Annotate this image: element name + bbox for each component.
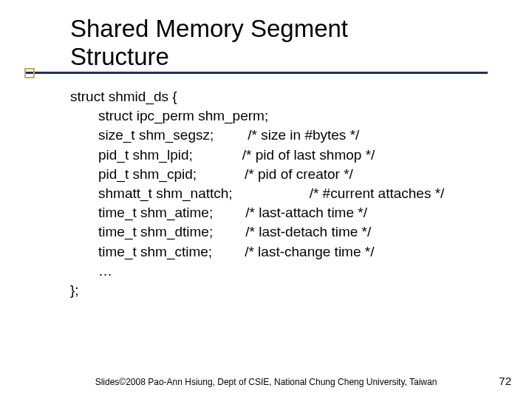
title-line-1: Shared Memory Segment [70, 15, 348, 42]
struct-body: struct shmid_ds { struct ipc_perm shm_pe… [70, 87, 502, 300]
footer-text: Slides©2008 Pao-Ann Hsiung, Dept of CSIE… [95, 377, 437, 387]
title-square-icon [24, 68, 35, 78]
field-comment: /* pid of last shmop */ [193, 146, 375, 165]
title-underline [24, 72, 488, 74]
field-decl: time_t shm_ctime; [98, 242, 212, 262]
struct-close: }; [70, 281, 502, 300]
field-decl: time_t shm_atime; [98, 203, 213, 222]
struct-field-row: time_t shm_dtime;/* last-detach time */ [70, 222, 502, 242]
struct-fields: struct ipc_perm shm_perm;size_t shm_segs… [70, 106, 502, 281]
field-decl: … [98, 262, 112, 281]
slide-title: Shared Memory Segment Structure [70, 15, 502, 71]
title-block: Shared Memory Segment Structure [70, 15, 502, 71]
field-comment: /* last-attach time */ [213, 203, 367, 222]
field-comment: /* last-detach time */ [213, 222, 371, 242]
field-decl: shmatt_t shm_nattch; [98, 184, 233, 203]
footer: Slides©2008 Pao-Ann Hsiung, Dept of CSIE… [0, 377, 532, 387]
field-decl: struct ipc_perm shm_perm; [98, 106, 268, 126]
field-decl: pid_t shm_lpid; [98, 146, 193, 165]
struct-field-row: shmatt_t shm_nattch;/* #current attaches… [70, 184, 502, 203]
struct-field-row: pid_t shm_lpid;/* pid of last shmop */ [70, 146, 502, 165]
struct-field-row: struct ipc_perm shm_perm; [70, 106, 502, 126]
struct-field-row: time_t shm_atime;/* last-attach time */ [70, 203, 502, 222]
struct-field-row: time_t shm_ctime;/* last-change time */ [70, 242, 502, 262]
title-line-2: Structure [70, 43, 169, 70]
struct-field-row: size_t shm_segsz;/* size in #bytes */ [70, 126, 502, 145]
field-comment: /* size in #bytes */ [214, 126, 359, 145]
field-decl: pid_t shm_cpid; [98, 165, 197, 184]
field-decl: time_t shm_dtime; [98, 222, 213, 242]
slide: Shared Memory Segment Structure struct s… [0, 0, 532, 399]
field-comment: /* last-change time */ [212, 242, 374, 262]
page-number: 72 [499, 375, 511, 387]
struct-field-row: … [70, 262, 502, 281]
struct-field-row: pid_t shm_cpid;/* pid of creator */ [70, 165, 502, 184]
field-comment: /* pid of creator */ [197, 165, 353, 184]
struct-open: struct shmid_ds { [70, 87, 502, 106]
field-decl: size_t shm_segsz; [98, 126, 214, 145]
field-comment: /* #current attaches */ [233, 184, 445, 203]
